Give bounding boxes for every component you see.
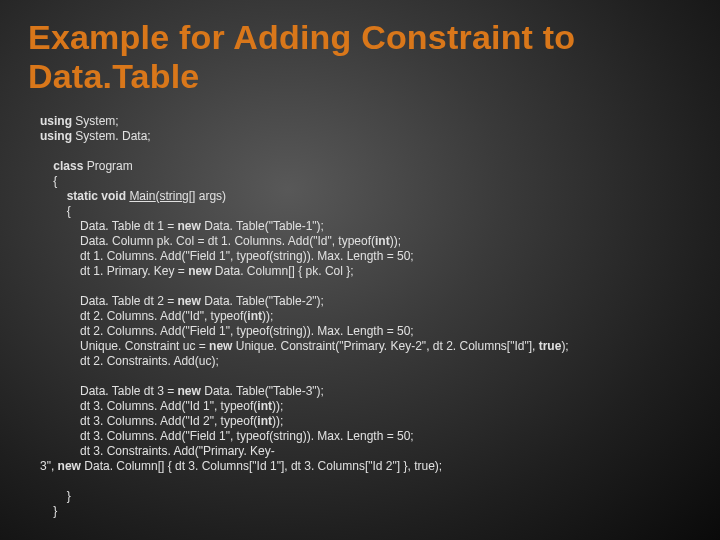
code-text: ); [561,339,568,353]
code-text: (string[] [155,189,195,203]
code-text: dt 2. Constraints. Add(uc); [80,354,219,368]
code-text: args) [195,189,226,203]
code-text: Data. Column pk. Col = dt 1. Columns. Ad… [80,234,375,248]
code-text: dt 2. Columns. Add("Id", typeof( [80,309,247,323]
kw-new: new [178,384,201,398]
title-line-1: Example for Adding Constraint to [28,18,575,56]
kw-int: int [247,309,262,323]
code-text: Data. Table dt 1 = [80,219,178,233]
code-text: Data. Table("Table-3"); [201,384,324,398]
code-text: )); [272,414,283,428]
code-text: { [67,204,71,218]
code-text: )); [262,309,273,323]
title-line-2: Data.Table [28,57,199,95]
code-text: dt 1. Primary. Key = [80,264,188,278]
code-text: dt 3. Constraints. Add("Primary. Key- [80,444,275,458]
code-text: System; [72,114,119,128]
kw-static-void: static void [67,189,126,203]
code-text: Data. Table dt 3 = [80,384,178,398]
code-text: } [67,489,71,503]
code-text: )); [272,399,283,413]
kw-using: using [40,129,72,143]
code-text: )); [390,234,401,248]
kw-new: new [209,339,232,353]
kw-int: int [375,234,390,248]
kw-true: true [539,339,562,353]
code-text: dt 3. Columns. Add("Field 1", typeof(str… [80,429,414,443]
code-text: dt 3. Columns. Add("Id 1", typeof( [80,399,257,413]
kw-using: using [40,114,72,128]
slide-title: Example for Adding Constraint to Data.Ta… [28,18,692,96]
kw-new: new [178,294,201,308]
kw-new: new [178,219,201,233]
code-text: dt 3. Columns. Add("Id 2", typeof( [80,414,257,428]
slide: Example for Adding Constraint to Data.Ta… [0,0,720,540]
code-text: dt 2. Columns. Add("Field 1", typeof(str… [80,324,414,338]
kw-new: new [188,264,211,278]
code-text: Unique. Constraint("Primary. Key-2", dt … [232,339,538,353]
code-text: Data. Table("Table-1"); [201,219,324,233]
code-text: Data. Table dt 2 = [80,294,178,308]
method-main: Main [129,189,155,203]
code-text: } [53,504,57,518]
kw-int: int [257,414,272,428]
kw-class: class [53,159,83,173]
code-text: dt 1. Columns. Add("Field 1", typeof(str… [80,249,414,263]
code-text: Unique. Constraint uc = [80,339,209,353]
code-text: Data. Column[] { dt 3. Columns["Id 1"], … [81,459,442,473]
code-text: Data. Table("Table-2"); [201,294,324,308]
code-block: using System; using System. Data; class … [28,114,692,519]
code-text: Data. Column[] { pk. Col }; [212,264,354,278]
kw-int: int [257,399,272,413]
code-text: { [53,174,57,188]
code-text: 3", [40,459,58,473]
code-text: Program [83,159,132,173]
kw-new: new [58,459,81,473]
code-text: System. Data; [72,129,151,143]
